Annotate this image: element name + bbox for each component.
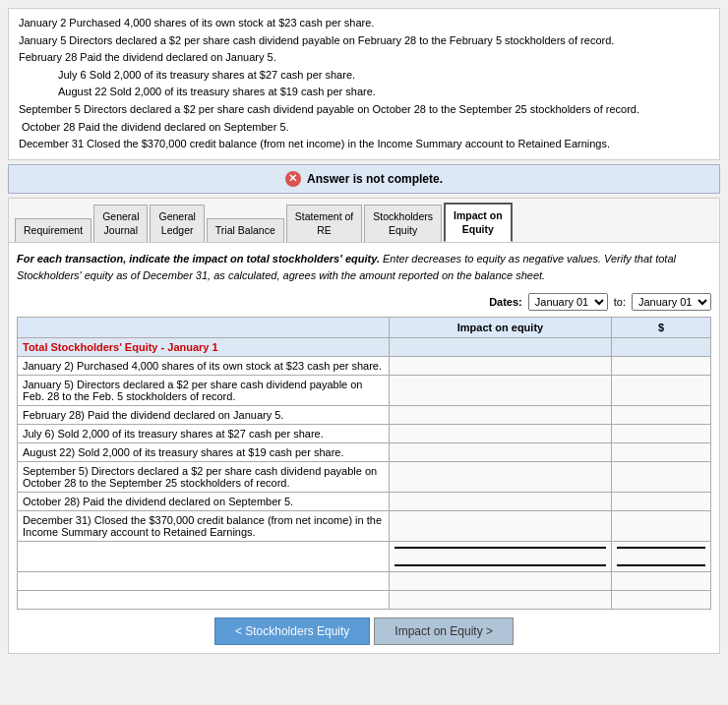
row-dollar-empty[interactable] [612, 591, 711, 610]
dates-label: Dates: [489, 296, 522, 308]
prev-button[interactable]: < Stockholders Equity [214, 617, 370, 645]
next-button[interactable]: Impact on Equity > [374, 617, 514, 645]
row-impact-empty[interactable] [389, 572, 612, 591]
table-row: September 5) Directors declared a $2 per… [18, 462, 711, 493]
instruction-text: For each transaction, indicate the impac… [17, 251, 711, 283]
top-line-6: September 5 Directors declared a $2 per … [19, 101, 709, 119]
row-desc: July 6) Sold 2,000 of its treasury share… [18, 425, 390, 443]
row-impact-input[interactable] [389, 406, 612, 425]
answer-banner: ✕ Answer is not complete. [8, 164, 720, 194]
x-icon: ✕ [285, 171, 301, 187]
row-dollar-input[interactable] [612, 511, 711, 542]
top-line-1: January 2 Purchased 4,000 shares of its … [19, 15, 709, 32]
row-impact-input[interactable] [389, 357, 612, 376]
row-impact-input[interactable] [389, 511, 612, 542]
table-row: January 5) Directors declared a $2 per s… [18, 376, 711, 406]
row-impact-input[interactable] [389, 493, 612, 511]
row-impact-input[interactable] [389, 425, 612, 443]
table-row: January 2) Purchased 4,000 shares of its… [18, 357, 711, 376]
tab-stockholders-equity[interactable]: StockholdersEquity [364, 205, 442, 242]
row-dollar-input[interactable] [612, 425, 711, 443]
table-row: February 28) Paid the dividend declared … [18, 406, 711, 425]
row-impact-input[interactable] [389, 462, 612, 493]
bottom-nav: < Stockholders Equity Impact on Equity > [17, 617, 711, 645]
top-line-8: December 31 Closed the $370,000 credit b… [19, 136, 709, 153]
top-line-7: October 28 Paid the dividend declared on… [19, 119, 709, 137]
table-row: October 28) Paid the dividend declared o… [18, 493, 711, 511]
row-desc-empty [18, 572, 390, 591]
tab-general-journal[interactable]: GeneralJournal [93, 205, 148, 242]
table-row: December 31) Closed the $370,000 credit … [18, 511, 711, 542]
top-text-area: January 2 Purchased 4,000 shares of its … [8, 8, 720, 160]
row-impact-input[interactable] [389, 376, 612, 406]
dates-from-select[interactable]: January 01 [528, 293, 608, 311]
dates-to-select[interactable]: January 01 [632, 293, 711, 311]
col-desc-header [18, 318, 390, 338]
row-impact-input[interactable] [389, 443, 612, 462]
answer-banner-text: Answer is not complete. [307, 172, 443, 186]
row-dollar-input[interactable] [612, 443, 711, 462]
top-line-5: August 22 Sold 2,000 of its treasury sha… [58, 84, 709, 101]
to-label: to: [614, 296, 626, 308]
table-row-empty-2 [18, 591, 711, 610]
row-impact-input[interactable] [389, 338, 612, 357]
tab-requirement[interactable]: Requirement [15, 218, 91, 242]
tab-trial-balance[interactable]: Trial Balance [207, 218, 284, 242]
row-dollar-input[interactable] [612, 376, 711, 406]
tab-statement-re[interactable]: Statement ofRE [286, 205, 363, 242]
table-row: July 6) Sold 2,000 of its treasury share… [18, 425, 711, 443]
row-desc: February 28) Paid the dividend declared … [18, 406, 390, 425]
row-dollar-input[interactable] [612, 493, 711, 511]
row-desc: December 31) Closed the $370,000 credit … [18, 511, 390, 542]
top-line-3: February 28 Paid the dividend declared o… [19, 49, 709, 67]
top-line-2: January 5 Directors declared a $2 per sh… [19, 32, 709, 50]
row-dollar-input[interactable] [612, 338, 711, 357]
dates-row: Dates: January 01 to: January 01 [17, 293, 711, 311]
col-impact-header: Impact on equity [389, 318, 612, 338]
row-desc: January 2) Purchased 4,000 shares of its… [18, 357, 390, 376]
row-desc: September 5) Directors declared a $2 per… [18, 462, 390, 493]
table-row: Total Stockholders' Equity - January 1 [18, 338, 711, 357]
row-dollar-input[interactable] [612, 357, 711, 376]
equity-table: Impact on equity $ Total Stockholders' E… [17, 317, 711, 610]
table-row: August 22) Sold 2,000 of its treasury sh… [18, 443, 711, 462]
tab-general-ledger[interactable]: GeneralLedger [150, 205, 204, 242]
row-desc-empty [18, 542, 390, 572]
row-desc: January 5) Directors declared a $2 per s… [18, 376, 390, 406]
table-row-total [18, 542, 711, 572]
row-desc: Total Stockholders' Equity - January 1 [18, 338, 390, 357]
tab-impact-on-equity[interactable]: Impact onEquity [444, 203, 513, 242]
row-dollar-input[interactable] [612, 406, 711, 425]
row-desc-empty [18, 591, 390, 610]
row-desc: August 22) Sold 2,000 of its treasury sh… [18, 443, 390, 462]
row-desc: October 28) Paid the dividend declared o… [18, 493, 390, 511]
row-impact-empty[interactable] [389, 591, 612, 610]
col-dollar-header: $ [612, 318, 711, 338]
row-dollar-input[interactable] [612, 462, 711, 493]
top-line-4: July 6 Sold 2,000 of its treasury shares… [58, 67, 709, 85]
row-dollar-total[interactable] [612, 542, 711, 572]
table-row-empty-1 [18, 572, 711, 591]
main-content: For each transaction, indicate the impac… [8, 243, 720, 654]
row-dollar-empty[interactable] [612, 572, 711, 591]
row-impact-total[interactable] [389, 542, 612, 572]
tabs-area: Requirement GeneralJournal GeneralLedger… [8, 198, 720, 243]
